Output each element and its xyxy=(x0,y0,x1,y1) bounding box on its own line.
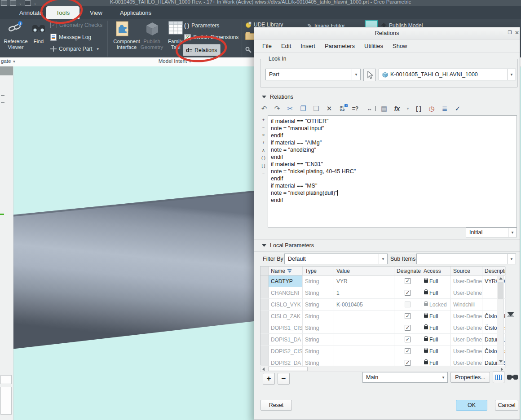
parameters-table[interactable]: NameTypeValueDesignateAccessSourceDescri… xyxy=(260,266,505,365)
verify-relations-icon[interactable]: ✓ xyxy=(453,103,462,114)
relations-section-header[interactable]: Relations xyxy=(262,94,293,100)
designate-checkbox[interactable]: ✓ xyxy=(405,325,411,331)
operator-button-()[interactable]: ( ) xyxy=(261,156,265,160)
cell-type[interactable]: String xyxy=(303,322,334,333)
component-interface-button[interactable]: Component xyxy=(112,39,141,44)
tab-annotate[interactable]: Annotate xyxy=(16,6,46,19)
cell-value[interactable] xyxy=(334,322,394,333)
row-selector[interactable] xyxy=(260,276,269,287)
cell-name[interactable]: DOPIS2_CIS xyxy=(269,346,303,357)
row-selector[interactable] xyxy=(260,322,269,333)
cell-designate[interactable]: ✓ xyxy=(394,276,421,287)
cell-type[interactable]: String xyxy=(303,311,334,322)
cell-access[interactable]: Full xyxy=(421,311,451,322)
delete-icon[interactable]: ✕ xyxy=(325,103,334,114)
table-row[interactable]: DOPIS1_CISString✓FullUser-DefineČíslo 1.… xyxy=(260,322,505,334)
scroll-down-icon[interactable] xyxy=(499,360,503,363)
close-button[interactable]: ✕ xyxy=(513,29,521,36)
column-header-access[interactable]: Access xyxy=(421,267,451,275)
column-header-value[interactable]: Value xyxy=(334,267,394,275)
brackets-icon[interactable]: [ ] xyxy=(414,103,423,114)
datetime-stamp-icon[interactable]: ◷ xyxy=(427,103,436,114)
chevron-down-icon[interactable]: ▼ xyxy=(508,228,517,237)
copy-icon[interactable]: ❐ xyxy=(299,103,308,114)
table-row[interactable]: CADTYPStringVYR✓FullUser-DefineVYR/POM xyxy=(260,276,505,287)
scrollbar-thumb[interactable] xyxy=(498,282,503,299)
column-header-source[interactable]: Source xyxy=(451,267,482,275)
operator-button-×[interactable]: × xyxy=(262,133,265,137)
relations-button[interactable]: d= Relations xyxy=(183,44,221,56)
row-selector[interactable] xyxy=(260,299,269,310)
cell-designate[interactable]: ✓ xyxy=(394,346,421,357)
table-row[interactable]: CISLO_VYKStringK-0010405LockedWindchill xyxy=(260,299,505,311)
row-selector[interactable] xyxy=(260,311,269,322)
menu-file[interactable]: File xyxy=(262,43,272,49)
family-table-button[interactable]: Family xyxy=(167,39,184,44)
cut-icon[interactable]: ✂ xyxy=(286,103,295,114)
table-horizontal-scrollbar[interactable] xyxy=(260,366,505,372)
cell-source[interactable]: User-Define xyxy=(451,346,482,357)
columns-button[interactable] xyxy=(493,372,504,383)
insert-image-icon[interactable]: ▤ xyxy=(380,103,389,114)
cell-designate[interactable]: ✓ xyxy=(394,322,421,333)
cell-name[interactable]: CHANGENI xyxy=(269,287,303,298)
table-row[interactable]: DOPIS2_CISString✓FullUser-DefineČíslo 2.… xyxy=(260,346,505,357)
sorted-list-icon[interactable]: ≣ xyxy=(440,103,449,114)
move-down-button[interactable] xyxy=(507,316,514,324)
reference-viewer-button[interactable]: Reference xyxy=(2,39,30,44)
operator-button-=[interactable]: = xyxy=(262,171,265,175)
cell-designate[interactable]: ✓ xyxy=(394,287,421,298)
parameters-button[interactable]: ( ) Parameters xyxy=(184,22,219,29)
navigate-dropdown[interactable]: gate ▼ xyxy=(1,58,16,64)
maximize-button[interactable]: ❐ xyxy=(506,29,513,36)
designate-checkbox[interactable]: ✓ xyxy=(405,360,411,366)
table-row[interactable]: DOPIS1_DAString✓FullUser-DefineDatum 1. xyxy=(260,334,505,346)
menu-edit[interactable]: Edit xyxy=(281,43,291,49)
scroll-right-icon[interactable] xyxy=(501,368,503,371)
cell-type[interactable]: String xyxy=(303,346,334,357)
folder-icon[interactable] xyxy=(245,33,254,40)
row-selector[interactable] xyxy=(260,287,269,298)
chevron-down-icon[interactable]: ▼ xyxy=(379,254,387,264)
cell-designate[interactable] xyxy=(394,299,421,310)
tab-tools[interactable]: Tools xyxy=(46,6,79,19)
cell-access[interactable]: Full xyxy=(421,334,451,345)
chevron-down-icon[interactable]: ▼ xyxy=(439,372,447,382)
designate-checkbox[interactable]: ✓ xyxy=(405,337,411,342)
cell-designate[interactable]: ✓ xyxy=(394,334,421,345)
cell-access[interactable]: Full xyxy=(421,346,451,357)
sub-items-select[interactable]: ▼ xyxy=(416,254,516,264)
cell-name[interactable]: CISLO_VYK xyxy=(269,299,303,310)
remove-parameter-button[interactable]: − xyxy=(278,373,290,385)
cell-value[interactable]: K-0010405 xyxy=(334,299,394,310)
functions-menu-icon[interactable]: ▾ xyxy=(406,103,410,114)
cell-source[interactable]: Windchill xyxy=(451,299,482,310)
cell-source[interactable]: User-Define xyxy=(451,287,482,298)
revision-select[interactable]: Initial▼ xyxy=(466,228,517,237)
parameter-group-select[interactable]: Main▼ xyxy=(362,372,448,383)
cell-source[interactable]: User-Define xyxy=(451,311,482,322)
column-header-description[interactable]: Description xyxy=(482,267,506,275)
dialog-titlebar[interactable]: Relations – ❐ ✕ xyxy=(254,27,520,39)
geometry-checks-button[interactable]: ✓ Geometry Checks xyxy=(50,22,102,28)
scrollbar-thumb[interactable] xyxy=(268,367,308,371)
menu-utilities[interactable]: Utilities xyxy=(364,43,383,49)
navigator-sash[interactable] xyxy=(0,66,13,75)
row-selector[interactable] xyxy=(260,334,269,345)
publish-geometry-button[interactable]: Publish xyxy=(140,39,163,44)
designate-checkbox[interactable]: ✓ xyxy=(405,313,411,319)
wrench-icon[interactable] xyxy=(245,47,252,56)
cell-type[interactable]: String xyxy=(303,299,334,310)
cell-name[interactable]: DOPIS1_DA xyxy=(269,334,303,345)
chevron-down-icon[interactable]: ▼ xyxy=(507,254,516,264)
model-select[interactable]: K-0010405_TAHLO_HLAVNI_1000 ▼ xyxy=(379,69,516,80)
menu-insert[interactable]: Insert xyxy=(300,43,315,49)
cell-access[interactable]: Full xyxy=(421,287,451,298)
find-button[interactable]: Find xyxy=(31,39,47,44)
cell-access[interactable]: Full xyxy=(421,322,451,333)
cell-source[interactable]: User-Define xyxy=(451,322,482,333)
scroll-up-icon[interactable] xyxy=(499,277,503,280)
look-in-scope-select[interactable]: Part▼ xyxy=(265,69,361,80)
operator-button-+[interactable]: + xyxy=(262,118,265,122)
functions-icon[interactable]: fx xyxy=(393,103,402,114)
